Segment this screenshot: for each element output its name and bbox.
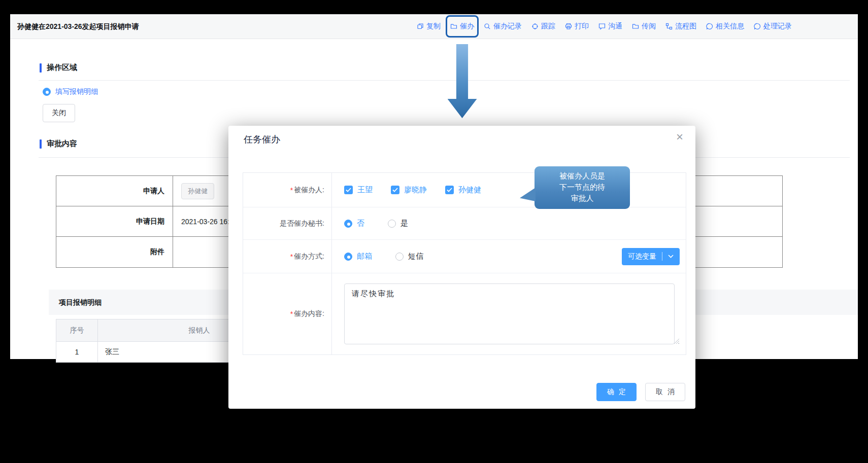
method-label: * 催办方式:	[243, 240, 332, 273]
secretary-radio-yes[interactable]: 是	[388, 219, 408, 228]
print-icon	[565, 23, 572, 30]
track-icon	[531, 23, 539, 30]
required-asterisk: *	[290, 253, 293, 261]
task-radio-label: 填写报销明细	[55, 87, 98, 96]
secretary-radio-no[interactable]: 否	[344, 219, 364, 228]
cancel-button[interactable]: 取消	[645, 383, 685, 401]
urged-person-checkbox[interactable]: 王望	[344, 185, 373, 195]
confirm-button[interactable]: 确定	[596, 383, 637, 401]
content-label: * 催办内容:	[243, 273, 332, 354]
chat-round-icon	[754, 23, 761, 30]
toolbar-item-label: 相关信息	[716, 22, 744, 31]
toolbar-item-urge-records[interactable]: 催办记录	[484, 22, 522, 31]
folder-icon	[632, 23, 639, 30]
radio-unselected[interactable]	[388, 220, 396, 228]
toolbar-item-label: 处理记录	[763, 22, 792, 31]
urge-content-textarea[interactable]: 请尽快审批	[344, 283, 675, 344]
radio-dot-icon	[347, 223, 350, 226]
chat-round-icon	[706, 23, 713, 30]
radio-dot-icon	[46, 91, 49, 94]
urged-people-field: 王望 廖晓静 孙健健	[332, 173, 686, 207]
title-bar: 孙健健在2021-03-26发起项目报销申请 复制 催办 催办记录	[10, 14, 858, 39]
checkbox-checked[interactable]	[445, 186, 454, 194]
approval-row-label: 申请人	[56, 176, 173, 206]
check-icon	[392, 188, 398, 192]
required-asterisk: *	[290, 186, 293, 194]
callout-annotation: 被催办人员是 下一节点的待 审批人	[535, 166, 630, 209]
radio-selected[interactable]	[344, 253, 352, 261]
toolbar-item-label: 催办记录	[493, 22, 522, 31]
urged-people-label: * 被催办人:	[243, 173, 332, 207]
toolbar-item-label: 沟通	[608, 22, 622, 31]
toolbar-item-label: 打印	[575, 22, 589, 31]
method-radio-email[interactable]: 邮箱	[344, 252, 372, 261]
down-arrow-annotation	[448, 44, 477, 118]
toolbar-item-circulate[interactable]: 传阅	[632, 22, 656, 31]
detail-col-header: 序号	[56, 319, 98, 342]
toolbar-item-label: 传阅	[642, 22, 656, 31]
operation-area-heading: 操作区域	[40, 63, 77, 73]
required-asterisk: *	[290, 310, 293, 318]
urge-task-modal: 任务催办 × * 被催办人: 王望 廖晓静 孙健健	[228, 126, 695, 409]
method-radio-sms[interactable]: 短信	[395, 252, 423, 261]
method-field: 邮箱 短信 可选变量	[332, 240, 686, 273]
radio-selected[interactable]	[43, 88, 51, 96]
check-icon	[346, 188, 351, 192]
urged-person-checkbox[interactable]: 廖晓静	[391, 185, 427, 195]
toolbar-item-flowchart[interactable]: 流程图	[665, 22, 696, 31]
detail-cell: 1	[56, 342, 98, 362]
copy-icon	[417, 23, 424, 30]
urge-icon	[450, 23, 457, 30]
approval-row-label: 申请日期	[56, 206, 173, 237]
toolbar: 复制 催办 催办记录 跟踪 打印	[417, 14, 792, 39]
content-field: 请尽快审批	[332, 273, 686, 354]
section-bar	[40, 139, 42, 149]
applicant-tag: 孙健健	[181, 183, 214, 199]
toolbar-item-urge[interactable]: 催办	[450, 22, 474, 31]
urged-person-checkbox[interactable]: 孙健健	[445, 185, 481, 195]
page-title: 孙健健在2021-03-26发起项目报销申请	[17, 14, 139, 39]
toolbar-item-label: 复制	[426, 22, 441, 31]
divider	[39, 80, 850, 81]
secretary-label: 是否催办秘书:	[243, 207, 332, 240]
toolbar-item-related-info[interactable]: 相关信息	[706, 22, 744, 31]
toolbar-item-label: 跟踪	[541, 22, 555, 31]
radio-selected[interactable]	[344, 220, 352, 228]
toolbar-item-print[interactable]: 打印	[565, 22, 589, 31]
toolbar-item-copy[interactable]: 复制	[417, 22, 441, 31]
check-icon	[447, 188, 452, 192]
radio-unselected[interactable]	[395, 253, 404, 261]
toolbar-item-label: 流程图	[675, 22, 696, 31]
approval-row-label: 附件	[56, 237, 173, 267]
screenshot-stage: 孙健健在2021-03-26发起项目报销申请 复制 催办 催办记录	[0, 0, 868, 463]
modal-footer: 确定 取消	[596, 383, 685, 401]
chevron-down-icon	[668, 255, 674, 258]
toolbar-item-communicate[interactable]: 沟通	[598, 22, 622, 31]
checkbox-checked[interactable]	[391, 186, 399, 194]
toolbar-item-process-records[interactable]: 处理记录	[754, 22, 792, 31]
optional-variables-button[interactable]: 可选变量	[622, 248, 680, 265]
toolbar-item-label: 催办	[460, 22, 474, 31]
close-icon[interactable]: ×	[676, 131, 683, 143]
radio-dot-icon	[347, 256, 350, 259]
flowchart-icon	[665, 23, 673, 30]
search-icon	[484, 23, 491, 30]
task-radio-row[interactable]: 填写报销明细	[43, 87, 98, 96]
modal-title: 任务催办	[244, 133, 280, 146]
checkbox-checked[interactable]	[344, 186, 353, 194]
button-divider	[662, 252, 662, 261]
toolbar-item-track[interactable]: 跟踪	[531, 22, 555, 31]
chat-square-icon	[598, 23, 606, 30]
close-page-button[interactable]: 关闭	[43, 104, 75, 122]
approval-heading: 审批内容	[40, 139, 77, 149]
secretary-field: 否 是	[332, 207, 686, 240]
section-bar	[40, 63, 42, 73]
